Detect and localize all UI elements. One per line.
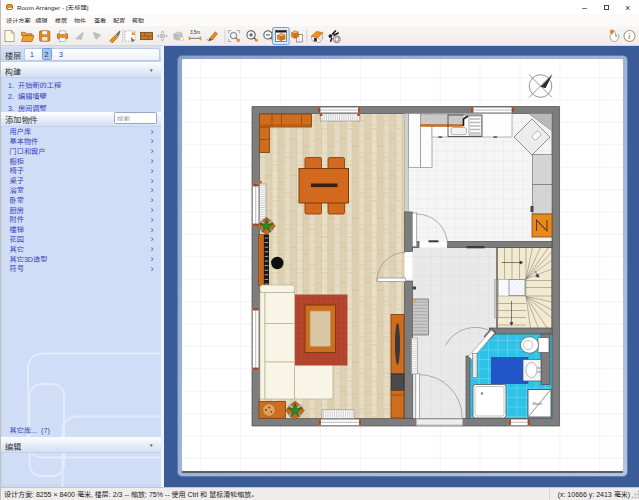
svg-text:3,5m: 3,5m (190, 30, 200, 35)
svg-text:Wasch: Wasch (532, 402, 542, 406)
